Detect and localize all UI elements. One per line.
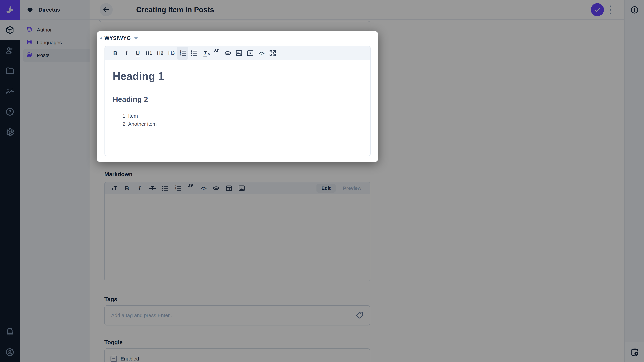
bullet-list-button[interactable] — [188, 46, 200, 60]
bold-button[interactable]: B — [110, 46, 121, 60]
image-button[interactable] — [233, 46, 244, 60]
list-item: Another item — [128, 120, 362, 128]
wysiwyg-editor: B I U H1 H2 H3 1 2 3 — [104, 46, 371, 156]
bullet-list-icon — [190, 49, 198, 57]
edited-dot — [100, 37, 102, 39]
directus-app: ? — [0, 0, 644, 362]
fullscreen-button[interactable] — [267, 46, 278, 60]
ordered-list-button-active[interactable]: 1 2 3 — [177, 46, 188, 60]
content-heading1: Heading 1 — [113, 70, 362, 83]
fullscreen-icon — [269, 49, 276, 57]
wysiwyg-field-card: WYSIWYG B I U H1 H2 H3 1 2 3 — [97, 31, 378, 162]
content-heading2: Heading 2 — [113, 95, 362, 104]
blockquote-button[interactable]: ” — [211, 50, 222, 56]
video-icon — [246, 49, 254, 57]
ordered-list-icon: 1 2 3 — [179, 49, 187, 57]
wysiwyg-field-label-row[interactable]: WYSIWYG — [100, 35, 138, 41]
h2-button[interactable]: H2 — [155, 46, 166, 60]
list-item: Item — [128, 112, 362, 120]
chevron-down-icon — [134, 37, 138, 39]
wysiwyg-field-label: WYSIWYG — [104, 35, 131, 41]
content-ordered-list: Item Another item — [113, 112, 362, 128]
link-button[interactable] — [222, 46, 233, 60]
video-button[interactable] — [244, 46, 256, 60]
code-button[interactable]: <> — [256, 46, 267, 60]
h3-button[interactable]: H3 — [166, 46, 177, 60]
image-icon — [235, 49, 243, 57]
wysiwyg-toolbar: B I U H1 H2 H3 1 2 3 — [105, 46, 370, 60]
clear-format-button[interactable]: T× — [200, 46, 211, 60]
wysiwyg-content[interactable]: Heading 1 Heading 2 Item Another item — [105, 60, 370, 128]
link-icon — [224, 49, 232, 57]
h1-button[interactable]: H1 — [144, 46, 155, 60]
underline-button[interactable]: U — [132, 46, 144, 60]
svg-text:3: 3 — [180, 54, 181, 57]
italic-button[interactable]: I — [121, 46, 132, 60]
